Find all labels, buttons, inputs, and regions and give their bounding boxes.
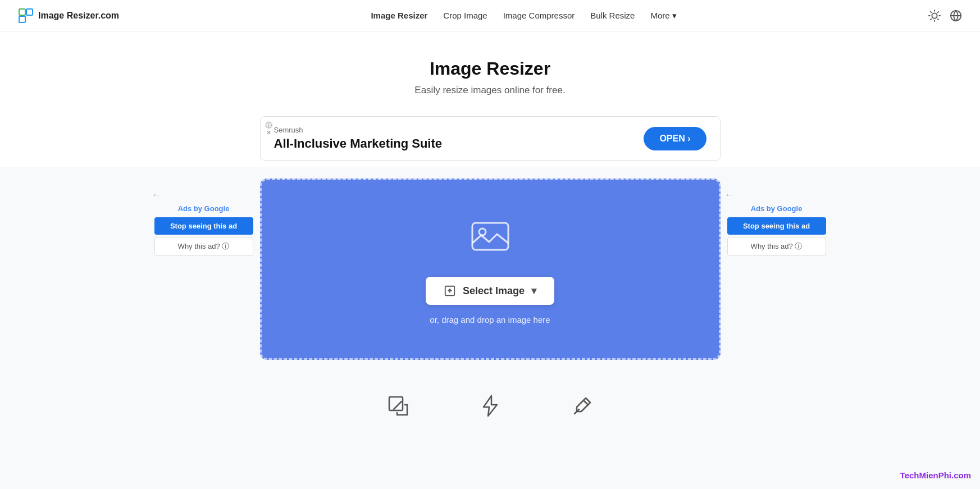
- brand-icon: [18, 8, 34, 24]
- right-stop-seeing-button[interactable]: Stop seeing this ad: [727, 217, 826, 235]
- ad-sponsor: Semrush: [274, 126, 443, 134]
- chevron-down-icon: ▾: [672, 11, 677, 21]
- page-title: Image Resizer: [9, 58, 971, 79]
- svg-rect-17: [389, 397, 403, 410]
- ad-banner: ⓘ ✕ Semrush All-Inclusive Marketing Suit…: [260, 116, 721, 161]
- drag-drop-text: or, drag and drop an image here: [430, 315, 550, 325]
- bottom-features-row: [0, 371, 980, 429]
- svg-rect-0: [19, 9, 25, 15]
- theme-toggle-button[interactable]: [928, 10, 941, 22]
- select-image-label: Select Image: [463, 285, 525, 297]
- right-ads-by-google: Ads by Google: [751, 204, 803, 213]
- svg-rect-2: [19, 16, 25, 22]
- feature-item-fast: [478, 394, 503, 418]
- left-why-this-ad-button[interactable]: Why this ad? ⓘ: [154, 237, 253, 256]
- right-why-this-ad-button[interactable]: Why this ad? ⓘ: [727, 237, 826, 256]
- feature-item-resize: [386, 394, 411, 418]
- ad-info-icon[interactable]: ⓘ: [265, 121, 273, 129]
- ad-close-icon[interactable]: ✕: [266, 129, 271, 136]
- ad-banner-info: Semrush All-Inclusive Marketing Suite: [274, 126, 443, 151]
- nav-bulk-resize[interactable]: Bulk Resize: [590, 11, 635, 20]
- navbar: Image Resizer.com Image Resizer Crop Ima…: [0, 0, 980, 31]
- page-subtitle: Easily resize images online for free.: [9, 85, 971, 96]
- nav-more-dropdown[interactable]: More ▾: [650, 11, 676, 21]
- sun-icon: [928, 10, 941, 22]
- image-placeholder-icon: [468, 214, 513, 261]
- left-ad-panel: ← Ads by Google Stop seeing this ad Why …: [148, 179, 260, 256]
- svg-rect-1: [26, 9, 33, 15]
- svg-point-3: [932, 13, 937, 18]
- image-dropzone[interactable]: Select Image ▾ or, drag and drop an imag…: [260, 179, 721, 360]
- svg-line-7: [938, 19, 938, 19]
- ad-open-button[interactable]: OPEN ›: [644, 127, 706, 150]
- right-ad-panel: ← Ads by Google Stop seeing this ad Why …: [721, 179, 833, 256]
- svg-rect-14: [472, 223, 508, 250]
- nav-image-resizer[interactable]: Image Resizer: [371, 11, 427, 20]
- select-image-button[interactable]: Select Image ▾: [426, 277, 554, 305]
- left-ads-by-google: Ads by Google: [178, 204, 230, 213]
- resize-icon: [386, 394, 411, 418]
- svg-point-15: [479, 228, 486, 235]
- brand-logo[interactable]: Image Resizer.com: [18, 8, 119, 24]
- ad-banner-section: ⓘ ✕ Semrush All-Inclusive Marketing Suit…: [0, 109, 980, 167]
- tools-icon: [570, 394, 595, 418]
- select-image-chevron: ▾: [531, 285, 536, 297]
- svg-line-11: [938, 11, 938, 12]
- globe-icon: [950, 10, 962, 22]
- lightning-icon: [478, 394, 503, 418]
- left-ad-arrow: ←: [148, 190, 161, 200]
- brand-name: Image Resizer.com: [38, 11, 119, 21]
- ad-title: All-Inclusive Marketing Suite: [274, 136, 443, 151]
- nav-icon-group: [928, 10, 962, 22]
- nav-links: Image Resizer Crop Image Image Compresso…: [371, 11, 676, 21]
- svg-line-10: [931, 19, 931, 19]
- main-content-area: ← Ads by Google Stop seeing this ad Why …: [0, 167, 980, 371]
- dropzone-container: Select Image ▾ or, drag and drop an imag…: [260, 179, 721, 360]
- hero-section: Image Resizer Easily resize images onlin…: [0, 31, 980, 109]
- upload-icon: [444, 285, 456, 297]
- ad-close-area: ⓘ ✕: [265, 121, 273, 136]
- right-ad-arrow: ←: [721, 190, 734, 200]
- nav-crop-image[interactable]: Crop Image: [443, 11, 487, 20]
- feature-item-edit: [570, 394, 595, 418]
- svg-line-6: [931, 11, 931, 12]
- nav-image-compressor[interactable]: Image Compressor: [503, 11, 575, 20]
- left-stop-seeing-button[interactable]: Stop seeing this ad: [154, 217, 253, 235]
- language-button[interactable]: [950, 10, 962, 22]
